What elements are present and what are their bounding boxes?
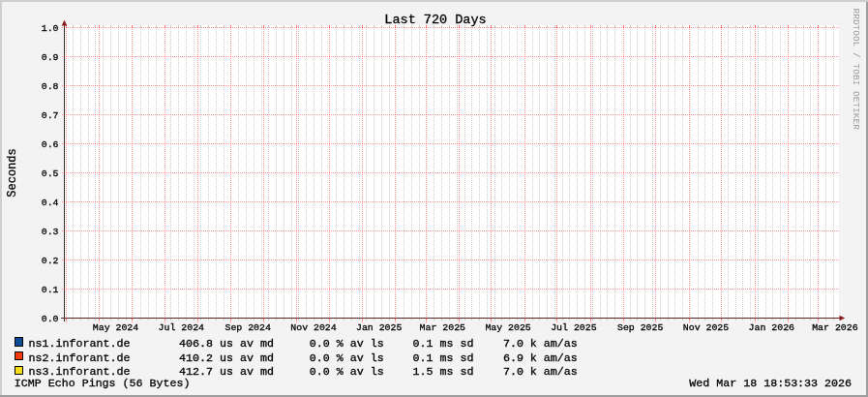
svg-text:Nov 2025: Nov 2025 — [683, 322, 729, 333]
svg-text:Jul 2025: Jul 2025 — [551, 322, 596, 333]
svg-text:0.4: 0.4 — [42, 198, 59, 208]
svg-text:0.5: 0.5 — [42, 168, 59, 179]
svg-text:May 2025: May 2025 — [485, 322, 530, 333]
svg-text:May 2024: May 2024 — [93, 322, 138, 333]
svg-text:Seconds: Seconds — [6, 148, 19, 197]
svg-text:Sep 2024: Sep 2024 — [224, 322, 270, 333]
svg-text:0.8: 0.8 — [42, 81, 59, 92]
svg-text:0.6: 0.6 — [42, 139, 59, 150]
svg-text:0.3: 0.3 — [42, 227, 59, 237]
svg-text:ns2.inforant.de: ns2.inforant.de — [29, 351, 131, 365]
svg-text:406.8 us av md: 406.8 us av md — [179, 337, 274, 351]
svg-text:0.1 ms sd: 0.1 ms sd — [413, 351, 474, 365]
svg-text:Wed Mar 18 18:53:33 2026: Wed Mar 18 18:53:33 2026 — [689, 377, 852, 390]
svg-text:Jan 2026: Jan 2026 — [749, 322, 794, 333]
svg-text:RRDTOOL / TOBI OETIKER: RRDTOOL / TOBI OETIKER — [851, 9, 861, 131]
svg-text:ICMP Echo Pings (56 Bytes): ICMP Echo Pings (56 Bytes) — [15, 377, 191, 390]
svg-text:6.9 k am/as: 6.9 k am/as — [503, 351, 578, 365]
svg-text:0.7: 0.7 — [42, 110, 59, 121]
svg-text:0.9: 0.9 — [42, 52, 59, 63]
svg-text:7.0 k am/as: 7.0 k am/as — [503, 337, 578, 351]
svg-text:0.0 % av ls: 0.0 % av ls — [310, 337, 384, 351]
svg-text:0.0 % av ls: 0.0 % av ls — [310, 351, 384, 365]
svg-text:0.2: 0.2 — [42, 256, 59, 266]
svg-text:1.5 ms sd: 1.5 ms sd — [413, 365, 474, 379]
svg-text:Mar 2025: Mar 2025 — [420, 322, 465, 333]
svg-text:412.7 us av md: 412.7 us av md — [179, 365, 274, 379]
svg-text:0.1: 0.1 — [42, 285, 59, 295]
svg-text:Jan 2025: Jan 2025 — [356, 322, 402, 333]
svg-text:1.0: 1.0 — [42, 23, 59, 34]
svg-text:410.2 us av md: 410.2 us av md — [179, 351, 274, 365]
svg-text:0.0: 0.0 — [42, 314, 59, 324]
svg-text:0.1 ms sd: 0.1 ms sd — [413, 337, 474, 351]
svg-text:0.0 % av ls: 0.0 % av ls — [310, 365, 384, 379]
svg-text:Jul 2024: Jul 2024 — [159, 322, 204, 333]
svg-text:Sep 2025: Sep 2025 — [617, 322, 663, 333]
svg-text:7.0 k am/as: 7.0 k am/as — [503, 365, 578, 379]
svg-text:Last 720 Days: Last 720 Days — [384, 13, 486, 27]
svg-text:ns1.inforant.de: ns1.inforant.de — [29, 337, 131, 351]
svg-text:Nov 2024: Nov 2024 — [290, 322, 336, 333]
svg-text:Mar 2026: Mar 2026 — [812, 322, 857, 333]
